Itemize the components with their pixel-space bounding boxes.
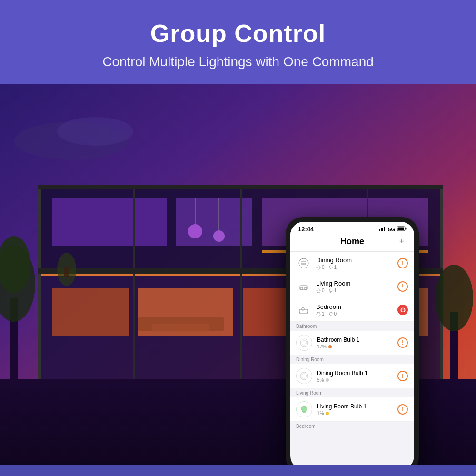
main-title: Group Control bbox=[10, 19, 466, 48]
svg-rect-58 bbox=[305, 287, 307, 290]
dining-room-icon bbox=[296, 256, 311, 271]
bathroom-bulb-status: 17% bbox=[317, 344, 392, 349]
svg-point-37 bbox=[213, 230, 225, 242]
devices-section: Bathroom Bathroom Bulb 1 17% bbox=[290, 322, 414, 465]
svg-rect-11 bbox=[52, 198, 167, 246]
dining-plug-count: 0 bbox=[316, 265, 325, 270]
dining-room-action[interactable]: ! bbox=[397, 258, 408, 269]
sub-title: Control Multiple Lightings with One Comm… bbox=[10, 54, 466, 69]
bedroom-action[interactable]: ⏻ bbox=[397, 304, 408, 316]
battery-icon bbox=[397, 226, 407, 232]
svg-rect-65 bbox=[299, 309, 308, 313]
bathroom-bulb-item[interactable]: Bathroom Bulb 1 17% ! bbox=[290, 331, 414, 355]
room-item-living[interactable]: Living Room 0 1 ! bbox=[290, 275, 414, 298]
living-bulb-pct: 1% bbox=[317, 411, 324, 416]
status-icons: 5G bbox=[379, 226, 407, 232]
svg-point-35 bbox=[188, 224, 202, 238]
dining-status-dot bbox=[326, 378, 329, 382]
dining-bulb-status: 5% bbox=[317, 377, 392, 383]
phone-outer: 12:44 5G Home + bbox=[286, 217, 419, 465]
svg-rect-26 bbox=[152, 324, 209, 334]
svg-rect-39 bbox=[379, 229, 380, 231]
svg-point-2 bbox=[57, 117, 133, 146]
svg-point-53 bbox=[329, 266, 332, 268]
svg-rect-66 bbox=[302, 307, 304, 310]
svg-rect-21 bbox=[240, 188, 242, 379]
dining-bulb-item[interactable]: Dining Room Bulb 1 5% ! bbox=[290, 364, 414, 388]
svg-rect-45 bbox=[398, 228, 404, 230]
bathroom-bulb-action[interactable]: ! bbox=[397, 337, 408, 348]
signal-icon bbox=[379, 227, 386, 232]
svg-point-62 bbox=[329, 289, 332, 292]
app-header: Home + bbox=[290, 235, 414, 252]
room-item-dining[interactable]: Dining Room 0 1 ! bbox=[290, 252, 414, 275]
svg-rect-42 bbox=[384, 227, 385, 231]
living-bulb-count: 1 bbox=[328, 288, 337, 293]
living-room-action[interactable]: ! bbox=[397, 281, 408, 292]
living-room-info: Living Room 0 1 bbox=[316, 280, 392, 293]
header-section: Group Control Control Multiple Lightings… bbox=[0, 0, 476, 84]
svg-point-78 bbox=[302, 374, 307, 378]
app-title: Home bbox=[307, 237, 397, 247]
dining-alert-icon: ! bbox=[397, 371, 408, 381]
living-room-name: Living Room bbox=[316, 280, 392, 287]
svg-rect-57 bbox=[301, 287, 303, 290]
dining-bulb-icon-wrap bbox=[296, 368, 312, 384]
svg-point-76 bbox=[302, 340, 307, 345]
living-room-devices: 0 1 bbox=[316, 288, 392, 293]
bedroom-icon bbox=[296, 302, 311, 317]
living-bulb-status: 1% bbox=[317, 411, 392, 416]
living-bulb-action[interactable]: ! bbox=[397, 404, 408, 415]
bathroom-bulb-name: Bathroom Bulb 1 bbox=[317, 337, 392, 343]
svg-rect-34 bbox=[64, 267, 69, 277]
rooms-list: Dining Room 0 1 ! bbox=[290, 252, 414, 322]
bathroom-status-dot bbox=[328, 345, 332, 348]
bedroom-power-icon: ⏻ bbox=[397, 305, 408, 315]
svg-rect-20 bbox=[133, 188, 135, 379]
svg-rect-40 bbox=[381, 228, 382, 231]
living-bulb-item[interactable]: Living Room Bulb 1 1% ! bbox=[290, 397, 414, 422]
svg-point-75 bbox=[300, 339, 308, 347]
svg-rect-80 bbox=[303, 413, 306, 414]
svg-point-77 bbox=[300, 372, 308, 380]
svg-rect-18 bbox=[38, 188, 41, 379]
living-bulb-name: Living Room Bulb 1 bbox=[317, 403, 392, 410]
living-alert-icon: ! bbox=[397, 281, 408, 292]
svg-rect-5 bbox=[52, 288, 129, 336]
dining-bulb-pct: 5% bbox=[317, 377, 324, 383]
svg-rect-41 bbox=[382, 228, 383, 231]
svg-point-69 bbox=[317, 312, 320, 316]
living-plug-count: 0 bbox=[316, 288, 325, 293]
dining-bulb-count: 1 bbox=[328, 265, 337, 270]
svg-point-59 bbox=[317, 289, 320, 293]
bathroom-bulb-pct: 17% bbox=[317, 344, 327, 349]
dining-room-info: Dining Room 0 1 bbox=[316, 257, 392, 270]
living-status-dot bbox=[326, 412, 329, 415]
dining-section-label: Dining Room bbox=[290, 355, 414, 364]
svg-point-31 bbox=[435, 265, 473, 331]
phone-screen: 12:44 5G Home + bbox=[290, 222, 414, 465]
bedroom-devices: 1 0 bbox=[316, 311, 392, 317]
svg-rect-24 bbox=[38, 185, 443, 189]
house-section: 12:44 5G Home + bbox=[0, 84, 476, 465]
phone-mockup: 12:44 5G Home + bbox=[286, 217, 419, 465]
dining-bulb-name: Dining Room Bulb 1 bbox=[317, 370, 392, 377]
living-alert-icon: ! bbox=[397, 404, 408, 415]
bedroom-section-label: Bedroom bbox=[290, 422, 414, 431]
bathroom-section-label: Bathroom bbox=[290, 322, 414, 331]
living-bulb-icon-wrap bbox=[296, 401, 312, 417]
network-label: 5G bbox=[388, 227, 395, 232]
dining-bulb-action[interactable]: ! bbox=[397, 370, 408, 382]
svg-point-72 bbox=[329, 312, 332, 315]
room-item-bedroom[interactable]: Bedroom 1 0 ⏻ bbox=[290, 298, 414, 322]
bedroom-bulb-count: 0 bbox=[328, 311, 337, 317]
bedroom-name: Bedroom bbox=[316, 303, 392, 310]
bathroom-bulb-info: Bathroom Bulb 1 17% bbox=[317, 337, 392, 349]
bedroom-info: Bedroom 1 0 bbox=[316, 303, 392, 317]
dining-room-name: Dining Room bbox=[316, 257, 392, 264]
status-time: 12:44 bbox=[298, 226, 314, 233]
living-bulb-info: Living Room Bulb 1 1% bbox=[317, 403, 392, 416]
add-button[interactable]: + bbox=[397, 237, 407, 247]
status-bar: 12:44 5G bbox=[290, 222, 414, 235]
dining-room-devices: 0 1 bbox=[316, 265, 392, 270]
